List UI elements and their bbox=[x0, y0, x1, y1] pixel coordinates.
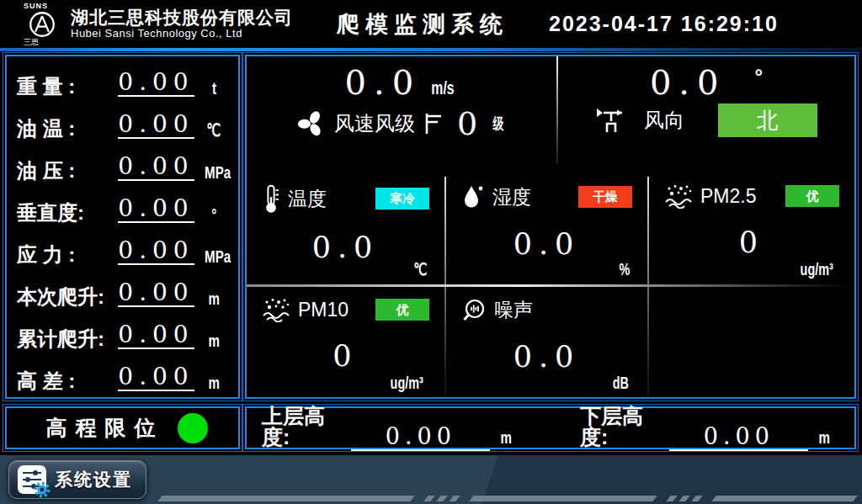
upper-height-label: 上层高度: bbox=[262, 406, 351, 451]
metric-value: 0.00 bbox=[118, 197, 194, 223]
taskbar-stripe-decoration bbox=[160, 496, 855, 501]
metric-value: 0.00 bbox=[118, 155, 194, 181]
wind-speed-unit: m/s bbox=[431, 77, 454, 99]
metric-unit: MPa bbox=[205, 163, 231, 181]
lower-height-value: 0.00 bbox=[669, 425, 808, 451]
metric-unit: m bbox=[208, 289, 219, 307]
sensor-label: PM10 bbox=[298, 299, 349, 321]
metric-row-height-diff: 高 差 : 0.00 m bbox=[17, 355, 228, 397]
metric-row-total-climb: 累计爬升: 0.00 m bbox=[17, 313, 228, 355]
wind-speed-block: 0.0 m/s 风速风级 0 bbox=[247, 56, 556, 173]
logo-suns-text: SUNS bbox=[24, 3, 48, 10]
layer-heights-box: 上层高度: 0.00 m 下层高度: 0.00 m bbox=[245, 406, 856, 449]
metric-value: 0.00 bbox=[118, 71, 194, 97]
sensor-grid: 温度 寒冷 0.0 ℃ 湿度 干燥 0.0 % bbox=[247, 173, 854, 397]
upper-height-value: 0.00 bbox=[351, 425, 490, 451]
metric-unit: m bbox=[208, 374, 219, 391]
droplet-icon bbox=[461, 183, 485, 210]
sensor-label: 湿度 bbox=[492, 184, 531, 210]
noise-icon bbox=[461, 298, 487, 323]
company-name-cn: 湖北三思科技股份有限公司 bbox=[71, 8, 293, 28]
sensor-cell-pm10: PM10 优 0 ug/m³ bbox=[247, 287, 444, 398]
sensor-value: 0.0 bbox=[461, 340, 632, 374]
wind-direction-unit: ° bbox=[755, 65, 764, 88]
wind-section: 0.0 m/s 风速风级 0 bbox=[247, 56, 854, 173]
status-badge: 干燥 bbox=[578, 186, 632, 208]
header-divider bbox=[0, 48, 862, 51]
settings-button-label: 系统设置 bbox=[55, 468, 132, 491]
datetime-display: 2023-04-17 16:29:10 bbox=[549, 12, 779, 36]
metric-unit: ° bbox=[211, 205, 216, 223]
metric-row-oil-pressure: 油 压 : 0.00 MPa bbox=[17, 145, 228, 187]
fan-icon bbox=[297, 109, 326, 138]
gear-icon bbox=[33, 480, 51, 499]
sensor-panel: 0.0 m/s 风速风级 0 bbox=[245, 55, 856, 399]
sensor-value: 0 bbox=[664, 225, 839, 259]
wind-speed-label: 风速风级 bbox=[334, 110, 415, 137]
metric-value: 0.00 bbox=[118, 323, 194, 349]
wind-direction-label: 风向 bbox=[644, 107, 684, 134]
lower-height-unit: m bbox=[819, 427, 830, 448]
metric-row-current-climb: 本次爬升: 0.00 m bbox=[17, 271, 228, 313]
sensor-unit: dB bbox=[613, 374, 629, 393]
sensor-cell-noise: 噪声 0.0 dB bbox=[446, 287, 647, 398]
sensor-cell-temperature: 温度 寒冷 0.0 ℃ bbox=[247, 173, 444, 284]
elevation-limit-indicator bbox=[178, 413, 208, 443]
app-window: SUNS 三思 湖北三思科技股份有限公司 Hubei Sansi Technol… bbox=[0, 0, 862, 504]
sensor-unit: % bbox=[620, 260, 631, 279]
company-logo: SUNS 三思 bbox=[20, 3, 64, 46]
metric-row-stress: 应 力 : 0.00 MPa bbox=[17, 229, 228, 271]
sensor-unit: ug/m³ bbox=[390, 374, 423, 393]
company-name: 湖北三思科技股份有限公司 Hubei Sansi Technology Co.,… bbox=[71, 8, 293, 40]
upper-height-group: 上层高度: 0.00 m bbox=[262, 406, 514, 451]
metric-value: 0.00 bbox=[118, 281, 194, 307]
sensor-cell-empty bbox=[649, 287, 854, 398]
status-badge: 寒冷 bbox=[375, 188, 429, 210]
lower-height-label: 下层高度: bbox=[580, 406, 669, 451]
metric-row-weight: 重 量 : 0.00 t bbox=[17, 61, 228, 103]
metrics-panel: 重 量 : 0.00 t 油 温 : 0.00 ℃ 油 压 : 0.00 MPa… bbox=[5, 55, 240, 399]
wind-direction-value: 0.0 bbox=[650, 63, 726, 102]
sensor-value: 0.0 bbox=[262, 231, 429, 264]
sensor-label: 噪声 bbox=[494, 297, 533, 323]
wind-level-value: 0 bbox=[457, 105, 477, 142]
metric-value: 0.00 bbox=[118, 239, 194, 265]
sensor-label: PM2.5 bbox=[700, 185, 756, 208]
metric-unit: t bbox=[211, 79, 216, 97]
metric-unit: ℃ bbox=[207, 121, 221, 139]
sensor-cell-humidity: 湿度 干燥 0.0 % bbox=[446, 173, 647, 284]
sensor-label: 温度 bbox=[288, 186, 327, 212]
thermometer-icon bbox=[262, 183, 280, 214]
sensor-value: 0 bbox=[262, 339, 429, 373]
metric-row-oil-temp: 油 温 : 0.00 ℃ bbox=[17, 103, 228, 145]
metric-row-verticality: 垂直度: 0.00 ° bbox=[17, 187, 228, 229]
elevation-limit-box: 高程限位 bbox=[5, 406, 240, 449]
page-title: 爬模监测系统 bbox=[337, 9, 508, 40]
status-badge: 优 bbox=[375, 299, 429, 321]
wind-level-icon bbox=[423, 111, 444, 136]
status-badge: 优 bbox=[785, 185, 839, 207]
settings-sliders-icon bbox=[18, 465, 46, 494]
elevation-limit-label: 高程限位 bbox=[38, 414, 164, 442]
system-settings-button[interactable]: 系统设置 bbox=[8, 460, 146, 499]
sansi-logo-icon bbox=[29, 11, 56, 38]
particles-icon bbox=[262, 297, 290, 322]
company-name-en: Hubei Sansi Technology Co., Ltd bbox=[71, 28, 293, 40]
wind-level-unit: 级 bbox=[493, 114, 504, 134]
taskbar: 系统设置 bbox=[0, 455, 862, 504]
logo-cn-text: 三思 bbox=[24, 39, 39, 46]
sensor-unit: ℃ bbox=[413, 259, 427, 279]
metric-value: 0.00 bbox=[118, 113, 194, 139]
particles-icon bbox=[664, 183, 693, 209]
header: SUNS 三思 湖北三思科技股份有限公司 Hubei Sansi Technol… bbox=[0, 0, 862, 48]
wind-direction-block: 0.0 ° 风向 北 bbox=[558, 56, 854, 173]
sensor-cell-pm25: PM2.5 优 0 ug/m³ bbox=[649, 173, 854, 284]
metric-unit: MPa bbox=[205, 247, 231, 265]
sensor-unit: ug/m³ bbox=[800, 260, 833, 279]
metric-value: 0.00 bbox=[118, 365, 194, 391]
wind-speed-value: 0.0 bbox=[345, 63, 422, 102]
lower-height-group: 下层高度: 0.00 m bbox=[580, 406, 833, 451]
wind-direction-badge: 北 bbox=[718, 103, 817, 137]
upper-height-unit: m bbox=[501, 427, 512, 448]
wind-vane-icon bbox=[595, 106, 631, 135]
